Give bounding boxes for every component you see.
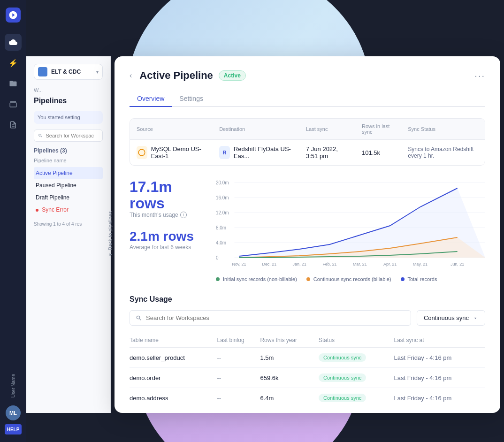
table-row: demo.seller_product -- 1.5m Continuous s…	[130, 348, 485, 368]
sidebar-icon-cloud[interactable]	[5, 34, 22, 51]
sidebar-icon-doc[interactable]	[5, 116, 22, 133]
stats-chart-row: 17.1m rows This month's usage i 2.1m row…	[130, 179, 485, 282]
back-button[interactable]: ‹	[130, 71, 132, 80]
main-panel: ‹ Active Pipeline Active ··· Overview Se…	[115, 56, 500, 413]
cell-last-sync: Last Friday - 4:16 pm	[394, 408, 485, 413]
cell-last-sync: Last Friday - 4:16 pm	[394, 348, 485, 368]
dropdown-chevron-icon	[473, 315, 478, 321]
legend-dot-continuous	[306, 277, 310, 281]
cell-rows: 1.5m	[260, 348, 319, 368]
workspace-icon	[38, 67, 47, 76]
rows-cell: 101.5k	[355, 140, 401, 166]
back-to-pipelines[interactable]: ◂ Back to pipelines	[107, 211, 113, 258]
cell-binlog: --	[217, 368, 260, 388]
workspace-title: ELT & CDC	[51, 69, 92, 75]
col-table-name: Table name	[130, 333, 217, 348]
avatar[interactable]: ML	[6, 405, 21, 420]
col-status: Status	[319, 333, 394, 348]
help-badge[interactable]: HELP	[5, 424, 22, 434]
mysql-icon	[137, 146, 147, 159]
svg-text:0: 0	[216, 255, 219, 260]
cell-table-name: demo.seller_product	[130, 348, 217, 368]
sync-search-input[interactable]	[146, 314, 405, 321]
stats-left: 17.1m rows This month's usage i 2.1m row…	[130, 179, 205, 282]
legend-initial: Initial sync records (non-billable)	[216, 276, 297, 282]
connection-row: MySQL Demo US-East-1 R Redshift FlyData …	[130, 140, 485, 166]
svg-text:Feb, 21: Feb, 21	[322, 262, 336, 267]
tab-overview[interactable]: Overview	[130, 91, 172, 107]
svg-text:Apr, 21: Apr, 21	[383, 262, 397, 267]
sync-status-cell: Syncs to Amazon Redshift every 1 hr.	[401, 140, 485, 166]
svg-text:20.0m: 20.0m	[216, 180, 229, 185]
legend-dot-initial	[216, 277, 220, 281]
redshift-icon: R	[219, 146, 230, 159]
cell-last-sync: Last Friday - 4:16 pm	[394, 368, 485, 388]
cell-binlog: --	[217, 388, 260, 408]
sidebar-icon-folder[interactable]	[5, 75, 22, 92]
tab-settings[interactable]: Settings	[172, 91, 211, 107]
sync-table-header: Table name Last binlog Rows this year St…	[130, 333, 485, 348]
user-name-label: User Name	[11, 374, 16, 398]
legend-dot-total	[401, 277, 405, 281]
svg-text:May, 21: May, 21	[413, 262, 428, 267]
avg-label: Average for last 6 weeks	[130, 244, 205, 251]
big-stat: 17.1m rows	[130, 179, 205, 212]
sidebar-icon-flash[interactable]: ⚡	[5, 54, 22, 71]
sync-table: Table name Last binlog Rows this year St…	[130, 333, 485, 413]
table-row: demo.product -- 791.5k Continuous sync L…	[130, 408, 485, 413]
svg-text:Jun, 21: Jun, 21	[451, 262, 464, 267]
workspace-arrow: ▾	[96, 69, 99, 75]
more-options-button[interactable]: ···	[474, 70, 485, 81]
cell-status: Continuous sync	[319, 408, 394, 413]
avg-stat: 2.1m rows	[130, 229, 205, 244]
workspace-header[interactable]: ELT & CDC ▾	[34, 64, 103, 80]
sync-search[interactable]	[130, 310, 411, 326]
cell-rows: 659.6k	[260, 368, 319, 388]
stat-label: This month's usage i	[130, 212, 205, 218]
pipeline-search[interactable]	[34, 130, 103, 142]
svg-text:Jan, 21: Jan, 21	[293, 262, 306, 267]
cell-status: Continuous sync	[319, 348, 394, 368]
svg-text:Nov, 21: Nov, 21	[232, 262, 246, 267]
pipeline-search-input[interactable]	[46, 133, 99, 138]
get-started-box: You started setting	[34, 111, 103, 124]
sync-table-body: demo.seller_product -- 1.5m Continuous s…	[130, 348, 485, 413]
left-panel: ELT & CDC ▾ W... Pipelines You started s…	[26, 56, 111, 413]
sync-dropdown-label: Continuous sync	[424, 314, 469, 321]
chart-legend: Initial sync records (non-billable) Cont…	[216, 276, 485, 282]
svg-text:4.0m: 4.0m	[216, 240, 226, 245]
pipeline-item-paused[interactable]: Paused Pipeline	[34, 179, 103, 191]
cell-table-name: demo.order	[130, 368, 217, 388]
col-rows-year: Rows this year	[260, 333, 319, 348]
svg-text:12.0m: 12.0m	[216, 210, 229, 215]
sidebar-logo[interactable]	[6, 8, 21, 23]
pipeline-col-header: Pipeline name	[34, 158, 103, 163]
sync-controls: Continuous sync	[130, 310, 485, 326]
pipeline-item-active[interactable]: Active Pipeline	[34, 167, 103, 179]
info-icon[interactable]: i	[180, 212, 187, 218]
chart-svg: 20.0m 16.0m 12.0m 8.0m 4.0m 0	[216, 179, 485, 273]
chart-area: 20.0m 16.0m 12.0m 8.0m 4.0m 0	[216, 179, 485, 273]
cell-status: Continuous sync	[319, 388, 394, 408]
col-sync-status: Sync Status	[401, 119, 485, 140]
legend-total: Total records	[401, 276, 437, 282]
col-last-sync: Last sync	[299, 119, 355, 140]
page-title: Active Pipeline	[139, 69, 213, 82]
sync-dropdown[interactable]: Continuous sync	[417, 310, 485, 326]
sync-search-icon	[136, 315, 142, 321]
sidebar-bottom: User Name ML HELP	[5, 374, 22, 434]
pipelines-title: Pipelines	[34, 97, 103, 105]
table-row: demo.address -- 6.4m Continuous sync Las…	[130, 388, 485, 408]
connection-table: Source Destination Last sync Rows in las…	[130, 118, 485, 166]
col-last-binlog: Last binlog	[217, 333, 260, 348]
pipeline-item-error[interactable]: Sync Error	[34, 204, 103, 216]
pipeline-item-draft[interactable]: Draft Pipeline	[34, 191, 103, 204]
legend-continuous: Continuous sync records (billable)	[306, 276, 391, 282]
col-source: Source	[130, 119, 213, 140]
svg-text:Mar, 21: Mar, 21	[353, 262, 367, 267]
chart-container: 20.0m 16.0m 12.0m 8.0m 4.0m 0	[216, 179, 485, 282]
cell-last-sync: Last Friday - 4:16 pm	[394, 388, 485, 408]
header-left: ‹ Active Pipeline Active	[130, 69, 246, 82]
sidebar-icon-box[interactable]	[5, 96, 22, 113]
panel-header: ‹ Active Pipeline Active ···	[130, 69, 485, 82]
